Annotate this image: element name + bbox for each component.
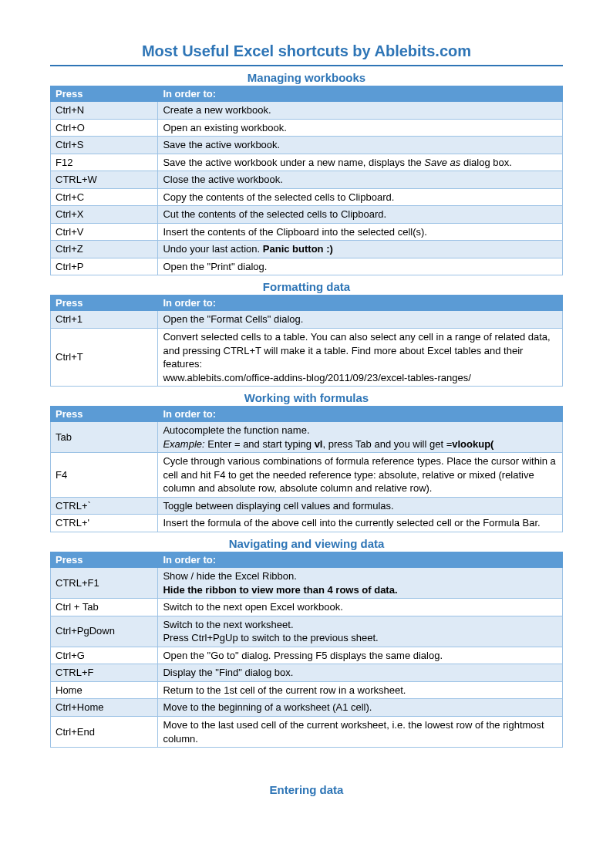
- shortcut-description: Copy the contents of the selected cells …: [158, 188, 563, 206]
- shortcut-description: Convert selected cells to a table. You c…: [158, 329, 563, 387]
- table-row: Ctrl+1Open the "Format Cells" dialog.: [51, 311, 563, 329]
- table-row: CTRL+'Insert the formula of the above ce…: [51, 515, 563, 532]
- shortcut-description: Move to the beginning of a worksheet (A1…: [158, 699, 563, 717]
- sections-container: Managing workbooksPressIn order to:Ctrl+…: [50, 71, 563, 748]
- shortcut-description: Save the active workbook.: [158, 137, 563, 154]
- table-row: Ctrl+VInsert the contents of the Clipboa…: [51, 223, 563, 241]
- table-row: Ctrl+POpen the "Print" dialog.: [51, 258, 563, 275]
- shortcut-key: Ctrl+P: [51, 258, 158, 275]
- shortcut-description: Insert the contents of the Clipboard int…: [158, 223, 563, 241]
- shortcut-key: F12: [51, 154, 158, 171]
- section-title: Formatting data: [50, 280, 563, 293]
- shortcut-description: Open the "Go to" dialog. Pressing F5 dis…: [158, 647, 563, 664]
- table-row: Ctrl+TConvert selected cells to a table.…: [51, 329, 563, 387]
- column-header-inorder: In order to:: [158, 552, 563, 568]
- shortcut-key: Ctrl+PgDown: [51, 616, 158, 647]
- table-row: Ctrl + TabSwitch to the next open Excel …: [51, 599, 563, 616]
- shortcut-key: Ctrl+N: [51, 102, 158, 120]
- page-title: Most Useful Excel shortcuts by Ablebits.…: [50, 42, 563, 63]
- shortcut-description: Switch to the next open Excel workbook.: [158, 599, 563, 616]
- column-header-inorder: In order to:: [158, 296, 563, 311]
- shortcut-key: Home: [51, 681, 158, 699]
- shortcut-key: Ctrl+S: [51, 137, 158, 154]
- column-header-inorder: In order to:: [158, 407, 563, 422]
- table-row: Ctrl+OOpen an existing workbook.: [51, 119, 563, 137]
- column-header-press: Press: [51, 86, 158, 102]
- section-title: Working with formulas: [50, 391, 563, 404]
- section-title: Navigating and viewing data: [50, 537, 563, 550]
- shortcut-key: Ctrl+Z: [51, 241, 158, 258]
- table-row: CTRL+`Toggle between displaying cell val…: [51, 497, 563, 515]
- table-row: F4Cycle through various combinations of …: [51, 453, 563, 498]
- table-row: Ctrl+SSave the active workbook.: [51, 137, 563, 154]
- shortcut-key: Ctrl+X: [51, 206, 158, 224]
- shortcut-key: F4: [51, 453, 158, 498]
- table-row: Ctrl+CCopy the contents of the selected …: [51, 188, 563, 206]
- shortcut-key: Tab: [51, 422, 158, 453]
- table-row: CTRL+FDisplay the "Find" dialog box.: [51, 664, 563, 682]
- shortcut-description: Open an existing workbook.: [158, 119, 563, 137]
- document-page: Most Useful Excel shortcuts by Ablebits.…: [0, 0, 613, 829]
- table-row: CTRL+F1Show / hide the Excel Ribbon.Hide…: [51, 568, 563, 599]
- shortcut-description: Display the "Find" dialog box.: [158, 664, 563, 682]
- shortcut-key: CTRL+': [51, 515, 158, 532]
- column-header-press: Press: [51, 552, 158, 568]
- section-title-entering-data: Entering data: [50, 783, 563, 796]
- shortcut-description: Create a new workbook.: [158, 102, 563, 120]
- shortcut-key: Ctrl+End: [51, 716, 158, 747]
- shortcut-key: CTRL+F: [51, 664, 158, 682]
- shortcut-key: Ctrl+V: [51, 223, 158, 241]
- shortcut-key: Ctrl+G: [51, 647, 158, 664]
- shortcut-key: Ctrl+C: [51, 188, 158, 206]
- section-title: Managing workbooks: [50, 71, 563, 84]
- table-row: F12Save the active workbook under a new …: [51, 154, 563, 171]
- table-row: CTRL+WClose the active workbook.: [51, 171, 563, 189]
- shortcut-description: Move to the last used cell of the curren…: [158, 716, 563, 747]
- shortcut-description: Insert the formula of the above cell int…: [158, 515, 563, 532]
- shortcut-key: Ctrl + Tab: [51, 599, 158, 616]
- table-row: Ctrl+PgDownSwitch to the next worksheet.…: [51, 616, 563, 647]
- shortcut-key: CTRL+W: [51, 171, 158, 189]
- table-row: Ctrl+GOpen the "Go to" dialog. Pressing …: [51, 647, 563, 664]
- shortcuts-table: PressIn order to:Ctrl+NCreate a new work…: [50, 86, 563, 275]
- column-header-press: Press: [51, 407, 158, 422]
- shortcut-description: Cut the contents of the selected cells t…: [158, 206, 563, 224]
- shortcuts-table: PressIn order to:Ctrl+1Open the "Format …: [50, 295, 563, 387]
- shortcut-description: Close the active workbook.: [158, 171, 563, 189]
- shortcut-description: Open the "Format Cells" dialog.: [158, 311, 563, 329]
- shortcut-key: CTRL+F1: [51, 568, 158, 599]
- table-row: Ctrl+NCreate a new workbook.: [51, 102, 563, 120]
- shortcut-key: Ctrl+T: [51, 329, 158, 387]
- shortcuts-table: PressIn order to:TabAutocomplete the fun…: [50, 406, 563, 532]
- shortcut-description: Undo your last action. Panic button :): [158, 241, 563, 258]
- table-row: Ctrl+ZUndo your last action. Panic butto…: [51, 241, 563, 258]
- shortcuts-table: PressIn order to:CTRL+F1Show / hide the …: [50, 552, 563, 748]
- shortcut-description: Show / hide the Excel Ribbon.Hide the ri…: [158, 568, 563, 599]
- column-header-inorder: In order to:: [158, 86, 563, 102]
- shortcut-key: Ctrl+1: [51, 311, 158, 329]
- title-divider: [50, 65, 563, 66]
- shortcut-description: Toggle between displaying cell values an…: [158, 497, 563, 515]
- shortcut-description: Open the "Print" dialog.: [158, 258, 563, 275]
- shortcut-key: Ctrl+Home: [51, 699, 158, 717]
- column-header-press: Press: [51, 296, 158, 311]
- shortcut-description: Save the active workbook under a new nam…: [158, 154, 563, 171]
- shortcut-key: CTRL+`: [51, 497, 158, 515]
- table-row: TabAutocomplete the function name.Exampl…: [51, 422, 563, 453]
- table-row: HomeReturn to the 1st cell of the curren…: [51, 681, 563, 699]
- shortcut-description: Cycle through various combinations of fo…: [158, 453, 563, 498]
- shortcut-description: Return to the 1st cell of the current ro…: [158, 681, 563, 699]
- table-row: Ctrl+XCut the contents of the selected c…: [51, 206, 563, 224]
- table-row: Ctrl+HomeMove to the beginning of a work…: [51, 699, 563, 717]
- shortcut-key: Ctrl+O: [51, 119, 158, 137]
- table-row: Ctrl+EndMove to the last used cell of th…: [51, 716, 563, 747]
- shortcut-description: Switch to the next worksheet.Press Ctrl+…: [158, 616, 563, 647]
- shortcut-description: Autocomplete the function name.Example: …: [158, 422, 563, 453]
